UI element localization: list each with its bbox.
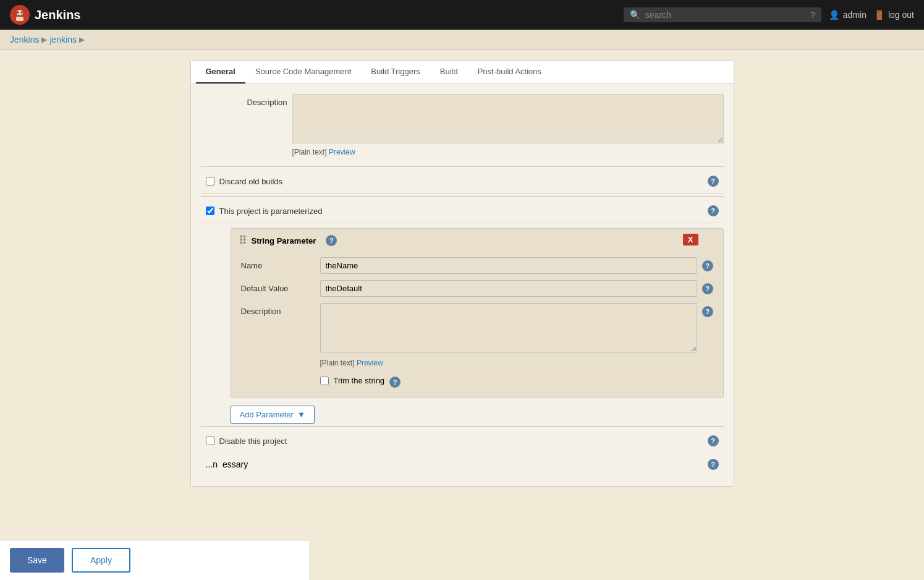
search-icon: 🔍 bbox=[630, 10, 640, 20]
tab-post-build[interactable]: Post-build Actions bbox=[468, 61, 551, 83]
param-preview-link[interactable]: Preview bbox=[357, 359, 383, 367]
logout-icon: 🚪 bbox=[874, 10, 884, 20]
app-logo: Jenkins bbox=[10, 5, 80, 25]
discard-builds-checkbox[interactable] bbox=[206, 177, 214, 186]
plain-text-prefix: [Plain text] bbox=[292, 148, 327, 156]
tab-bar: General Source Code Management Build Tri… bbox=[191, 61, 734, 84]
parameterized-help-icon[interactable]: ? bbox=[708, 205, 719, 216]
discard-builds-row: Discard old builds ? bbox=[201, 169, 724, 194]
param-name-input[interactable] bbox=[320, 257, 697, 274]
parameterized-label: This project is parameterized bbox=[219, 207, 323, 216]
user-icon: 👤 bbox=[829, 10, 839, 20]
trim-label: Trim the string bbox=[334, 376, 385, 385]
user-label: admin bbox=[843, 10, 867, 20]
param-name-row: Name ? bbox=[241, 257, 713, 274]
string-parameter-title: String Parameter bbox=[252, 236, 316, 245]
divider-3 bbox=[201, 426, 724, 427]
description-label: Description bbox=[201, 94, 287, 107]
param-default-input[interactable] bbox=[320, 280, 697, 297]
param-default-label: Default Value bbox=[241, 280, 315, 293]
necessary-text-cont: essary bbox=[223, 459, 248, 469]
description-control: [Plain text] Preview bbox=[292, 94, 724, 156]
param-name-help-icon[interactable]: ? bbox=[702, 260, 713, 271]
disable-project-help-icon[interactable]: ? bbox=[708, 435, 719, 446]
trim-row: Trim the string ? bbox=[320, 373, 713, 388]
discard-builds-label: Discard old builds bbox=[219, 177, 283, 186]
svg-rect-2 bbox=[16, 17, 23, 21]
svg-point-3 bbox=[17, 12, 19, 14]
trim-checkbox[interactable] bbox=[320, 377, 329, 385]
param-desc-row: Description ? bbox=[241, 303, 713, 352]
add-parameter-button[interactable]: Add Parameter ▼ bbox=[231, 406, 315, 424]
disable-project-checkbox[interactable] bbox=[206, 437, 214, 445]
tab-build-triggers[interactable]: Build Triggers bbox=[361, 61, 430, 83]
tab-build[interactable]: Build bbox=[430, 61, 468, 83]
add-parameter-dropdown-icon: ▼ bbox=[297, 410, 305, 419]
disable-project-row: Disable this project ? bbox=[201, 429, 724, 453]
svg-point-4 bbox=[21, 12, 23, 14]
param-body: Name ? Default Value ? Description bbox=[231, 252, 723, 398]
breadcrumb-sep-1: ▶ bbox=[41, 35, 47, 44]
breadcrumb: Jenkins ▶ jenkins ▶ bbox=[0, 30, 924, 50]
breadcrumb-sep-2: ▶ bbox=[79, 35, 85, 44]
param-desc-help-icon[interactable]: ? bbox=[702, 306, 713, 317]
necessary-row: ...nessary ? bbox=[201, 453, 724, 476]
main-content: General Source Code Management Build Tri… bbox=[0, 50, 924, 497]
param-default-row: Default Value ? bbox=[241, 280, 713, 297]
divider-2 bbox=[201, 196, 724, 197]
logout-button[interactable]: 🚪 log out bbox=[874, 10, 914, 20]
search-help-icon[interactable]: ? bbox=[810, 10, 815, 20]
tab-content-general: Description [Plain text] Preview Discard… bbox=[191, 84, 734, 486]
logout-label: log out bbox=[888, 10, 914, 20]
necessary-text: ...n bbox=[206, 459, 218, 469]
param-header-help-icon[interactable]: ? bbox=[326, 235, 337, 246]
string-parameter-panel: ⠿ String Parameter X ? Name ? bbox=[231, 228, 724, 398]
tab-scm[interactable]: Source Code Management bbox=[245, 61, 361, 83]
discard-help-icon[interactable]: ? bbox=[708, 176, 719, 187]
param-default-help-icon[interactable]: ? bbox=[702, 283, 713, 294]
description-preview-link[interactable]: Preview bbox=[329, 148, 355, 156]
user-menu[interactable]: 👤 admin bbox=[829, 10, 867, 20]
jenkins-icon bbox=[10, 5, 30, 25]
param-desc-plain-text: [Plain text] Preview bbox=[320, 359, 713, 367]
disable-project-label: Disable this project bbox=[219, 437, 287, 446]
breadcrumb-jenkins[interactable]: Jenkins bbox=[10, 35, 39, 45]
param-name-label: Name bbox=[241, 257, 315, 270]
param-close-button[interactable]: X bbox=[683, 234, 698, 245]
search-box: 🔍 ? bbox=[624, 7, 821, 22]
add-parameter-label: Add Parameter bbox=[240, 410, 294, 419]
app-title: Jenkins bbox=[35, 8, 80, 22]
param-header: ⠿ String Parameter X ? bbox=[231, 229, 723, 252]
config-panel: General Source Code Management Build Tri… bbox=[190, 60, 734, 487]
description-row: Description [Plain text] Preview bbox=[201, 94, 724, 156]
breadcrumb-jenkins-project[interactable]: jenkins bbox=[49, 35, 77, 45]
param-plain-text-prefix: [Plain text] bbox=[320, 359, 355, 367]
necessary-help-icon[interactable]: ? bbox=[708, 459, 719, 470]
divider-1 bbox=[201, 166, 724, 167]
parameterized-checkbox[interactable] bbox=[206, 207, 214, 215]
trim-help-icon[interactable]: ? bbox=[389, 377, 401, 388]
param-desc-textarea[interactable] bbox=[320, 303, 697, 352]
param-desc-label: Description bbox=[241, 303, 315, 316]
search-input[interactable] bbox=[645, 10, 805, 20]
description-textarea[interactable] bbox=[292, 94, 724, 143]
header: Jenkins 🔍 ? 👤 admin 🚪 log out bbox=[0, 0, 924, 30]
param-drag-handle[interactable]: ⠿ bbox=[239, 234, 247, 247]
parameterized-row: This project is parameterized ? bbox=[201, 199, 724, 223]
description-plain-text: [Plain text] Preview bbox=[292, 148, 724, 156]
tab-general[interactable]: General bbox=[196, 61, 245, 83]
